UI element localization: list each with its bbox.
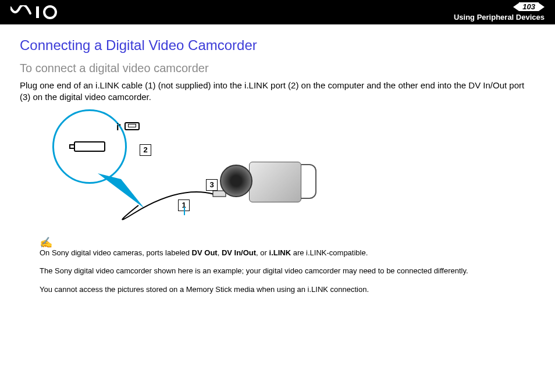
page-content: Connecting a Digital Video Camcorder To … <box>0 24 555 294</box>
vaio-logo <box>10 0 74 24</box>
cable-plug-callout <box>52 109 127 184</box>
note-1-bold-1: DV Out <box>192 248 218 257</box>
note-pen-icon: ✍ <box>40 236 535 249</box>
svg-point-1 <box>44 6 56 18</box>
note-1-text: On Sony digital video cameras, ports lab… <box>40 248 192 257</box>
breadcrumb: Using Peripheral Devices <box>454 13 545 22</box>
connection-diagram: i• 2 1 3 <box>34 109 348 231</box>
page-title: Connecting a Digital Video Camcorder <box>20 37 535 54</box>
page-header: 103 Using Peripheral Devices <box>0 0 555 24</box>
callout-line-1-icon <box>184 207 185 215</box>
notes-section: ✍ On Sony digital video cameras, ports l… <box>40 236 535 295</box>
note-2: The Sony digital video camcorder shown h… <box>40 266 535 276</box>
camcorder-icon <box>220 150 313 220</box>
svg-rect-0 <box>36 6 39 18</box>
ilink-symbol-icon: i• <box>116 122 121 133</box>
next-page-arrow-icon[interactable] <box>539 3 545 11</box>
note-1: On Sony digital video cameras, ports lab… <box>40 248 535 258</box>
page-number: 103 <box>519 2 539 11</box>
page-subtitle: To connect a digital video camcorder <box>20 62 535 75</box>
ilink-plug-icon <box>74 141 105 152</box>
prev-page-arrow-icon[interactable] <box>513 3 519 11</box>
note-1-bold-2: DV In/Out <box>222 248 256 257</box>
page-nav: 103 <box>513 2 545 11</box>
diagram-label-2: 2 <box>140 144 151 156</box>
note-3: You cannot access the pictures stored on… <box>40 284 535 295</box>
note-1-bold-3: i.LINK <box>269 248 291 257</box>
cable-icon <box>86 173 237 231</box>
ilink-port-icon <box>124 122 140 130</box>
instruction-text: Plug one end of an i.LINK cable (1) (not… <box>20 80 535 104</box>
